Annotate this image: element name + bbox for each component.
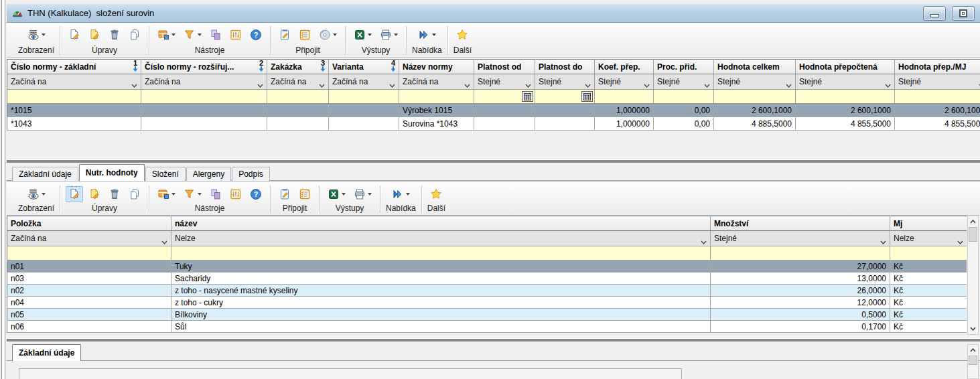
filter-operator[interactable]: Začíná na (329, 74, 399, 90)
scrollbar-thumb[interactable] (969, 227, 977, 242)
column-header[interactable]: Platnost od (474, 60, 535, 74)
table-row[interactable]: n04 z toho - cukry 12,0000 Kč (7, 297, 967, 309)
column-header[interactable]: Hodnota přep./MJ (895, 60, 980, 74)
cell[interactable]: n06 (7, 321, 171, 333)
filter-input[interactable] (11, 248, 167, 259)
filter-input-cell[interactable] (399, 90, 474, 104)
cell[interactable] (329, 117, 399, 131)
filter-button[interactable] (181, 27, 204, 43)
cell[interactable] (535, 104, 595, 117)
filter-input-cell[interactable] (267, 90, 329, 104)
scrollbar-track[interactable] (968, 365, 978, 378)
cell[interactable]: Kč (890, 260, 967, 273)
cell[interactable]: 0,5000 (711, 309, 890, 321)
attach-note-button[interactable] (276, 186, 293, 202)
cell[interactable]: z toho - nasycené mastné kyseliny (171, 285, 711, 297)
cell[interactable]: Kč (890, 285, 967, 297)
more-button[interactable] (453, 27, 471, 43)
cell[interactable]: n01 (7, 260, 171, 273)
cell[interactable]: Kč (890, 321, 967, 333)
column-header[interactable]: Název normy (399, 60, 474, 74)
filter-operator[interactable]: Začíná na (141, 74, 267, 90)
date-picker-button[interactable] (581, 91, 593, 102)
horizontal-splitter[interactable] (7, 159, 980, 163)
filter-input-cell[interactable] (171, 246, 711, 260)
filter-operator[interactable]: Začíná na (267, 74, 329, 90)
cell[interactable]: Kč (890, 273, 967, 285)
cell[interactable]: 1,000000 (595, 117, 654, 131)
cell[interactable] (535, 117, 595, 131)
filter-input[interactable] (403, 91, 470, 102)
filter-input-cell[interactable] (7, 90, 141, 104)
column-header[interactable]: Varianta 4 (329, 60, 399, 74)
filter-input-cell[interactable] (329, 90, 399, 104)
filter-operator[interactable]: Stejné (711, 231, 890, 246)
filter-operator[interactable]: Stejné (714, 74, 796, 90)
help-button[interactable]: ? (247, 186, 265, 202)
filter-operator[interactable]: Stejné (796, 74, 895, 90)
cell[interactable]: *1015 (7, 104, 141, 117)
filter-input[interactable] (175, 248, 707, 259)
help-button[interactable]: ? (247, 27, 265, 43)
tab-podpis[interactable]: Podpis (232, 167, 270, 181)
column-header[interactable]: Zakázka 3 (267, 60, 329, 74)
scrollbar-track[interactable] (968, 242, 978, 323)
cell[interactable]: z toho - cukry (171, 297, 711, 309)
filter-operator[interactable]: Začíná na (7, 74, 141, 90)
filter-operator[interactable]: Nelze (171, 231, 711, 246)
excel-export-button[interactable] (325, 186, 348, 202)
cell[interactable]: Sacharidy (171, 273, 711, 285)
menu-button[interactable] (415, 27, 439, 43)
cell[interactable]: 4 855,5000 (796, 117, 895, 131)
column-header[interactable]: Mj (890, 216, 967, 231)
filter-input-cell[interactable] (595, 90, 654, 104)
tools-button[interactable] (155, 186, 178, 202)
filter-input[interactable] (657, 91, 710, 102)
cell[interactable]: 2 600,1000 (714, 104, 796, 117)
cell[interactable]: 4 855,5000 (895, 117, 980, 131)
merge-button[interactable] (207, 186, 224, 202)
filter-input[interactable] (799, 91, 891, 102)
maximize-button[interactable] (952, 6, 975, 21)
scrollbar-thumb[interactable] (969, 356, 977, 365)
column-header[interactable]: Položka (7, 216, 171, 231)
filter-input-cell[interactable] (711, 246, 890, 260)
media-button[interactable] (316, 27, 340, 43)
tools-button[interactable] (155, 27, 178, 43)
cell[interactable]: Tuky (171, 260, 711, 273)
cell[interactable]: *1043 (7, 117, 141, 131)
cell[interactable] (474, 117, 535, 131)
tab-alergeny[interactable]: Alergeny (186, 167, 231, 181)
settings-sliders-button[interactable] (227, 186, 244, 202)
cell[interactable]: 2 600,1000 (796, 104, 895, 117)
column-header[interactable]: Proc. přid. (654, 60, 714, 74)
view-button[interactable] (25, 27, 48, 43)
scroll-down-button[interactable] (968, 323, 978, 334)
minimize-button[interactable] (923, 6, 946, 21)
table-row[interactable]: *1043 Surovina *1043 1,000000 0,00 4 885… (7, 117, 980, 131)
filter-input-cell[interactable] (7, 246, 171, 260)
filter-button[interactable] (181, 186, 204, 202)
filter-input-cell[interactable] (474, 90, 535, 104)
filter-operator[interactable]: Nelze (890, 231, 967, 246)
delete-button[interactable] (106, 27, 123, 43)
filter-input-cell[interactable] (890, 246, 967, 260)
cell[interactable]: 26,0000 (711, 285, 890, 297)
cell[interactable] (141, 117, 267, 131)
filter-input[interactable] (898, 91, 980, 102)
cell[interactable] (267, 104, 329, 117)
cell[interactable] (267, 117, 329, 131)
table-row[interactable]: n01 Tuky 27,0000 Kč (7, 260, 967, 273)
checklist-button[interactable] (296, 27, 313, 43)
table-row[interactable]: n03 Sacharidy 13,0000 Kč (7, 273, 967, 285)
cell[interactable]: Kč (890, 309, 967, 321)
print-button[interactable] (377, 27, 401, 43)
filter-input-cell[interactable] (654, 90, 714, 104)
filter-operator[interactable]: Stejné (654, 74, 714, 90)
cell[interactable]: 1,000000 (595, 104, 654, 117)
edit-button[interactable] (86, 186, 103, 202)
filter-input[interactable] (717, 91, 792, 102)
filter-operator[interactable]: Začíná na (399, 74, 474, 90)
cell[interactable]: n04 (7, 297, 171, 309)
copy-button[interactable] (126, 186, 143, 202)
